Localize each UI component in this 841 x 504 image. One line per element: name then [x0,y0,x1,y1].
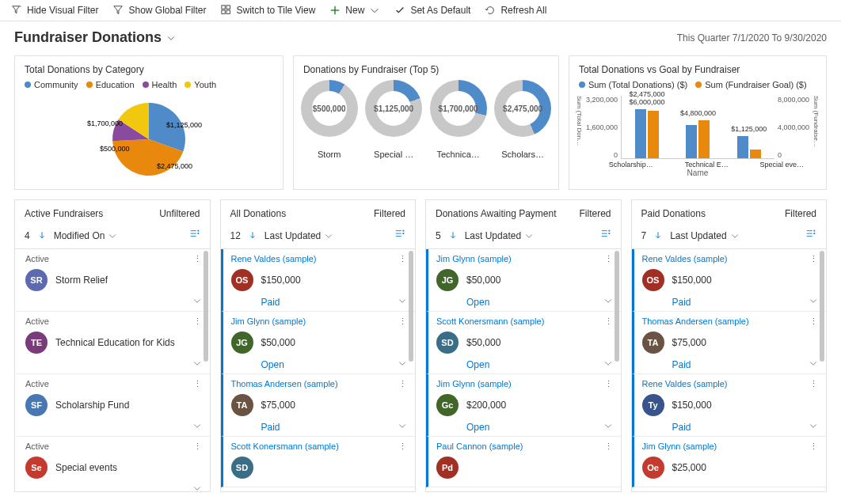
scrollbar-thumb[interactable] [204,251,208,362]
chevron-down-icon[interactable] [603,421,613,433]
item-link[interactable]: Thomas Andersen (sample) [642,316,749,327]
bar-chart-area[interactable]: $2,475,000$6,000,000 $4,800,000 $1,125,0… [621,96,774,159]
bar-group[interactable]: $1,125,000 [737,136,761,158]
list-item[interactable]: Active⋮SRStorm Relief [15,249,210,312]
more-icon[interactable]: ⋮ [604,316,613,327]
item-link[interactable]: Jim Glynn (sample) [436,254,512,264]
donut-item[interactable]: $1,125,000 Special … [365,80,422,159]
sort-field-picker[interactable]: Last Updated [670,230,739,241]
pie-chart[interactable]: $1,125,000 $2,475,000 $500,000 $1,700,00… [70,96,228,183]
more-icon[interactable]: ⋮ [193,316,202,327]
view-toggle-icon[interactable] [394,229,405,242]
scrollbar-thumb[interactable] [615,251,619,362]
donut-item[interactable]: $500,000 Storm [301,80,358,159]
more-icon[interactable]: ⋮ [398,316,407,327]
more-icon[interactable]: ⋮ [193,441,202,452]
item-link[interactable]: Rene Valdes (sample) [642,254,728,264]
more-icon[interactable]: ⋮ [193,254,202,264]
switch-tile-view-button[interactable]: Switch to Tile View [221,5,316,16]
item-link[interactable]: Paul Cannon (sample) [436,441,523,452]
bar-group[interactable]: $2,475,000$6,000,000 [635,109,659,158]
refresh-all-button[interactable]: Refresh All [485,5,546,16]
more-icon[interactable]: ⋮ [604,379,613,389]
list-item[interactable]: Paul Cannon (sample)⋮Pd [426,437,621,487]
chevron-down-icon[interactable] [192,483,202,491]
list-item[interactable]: Rene Valdes (sample)⋮OS$150,000Paid [221,249,416,312]
legend-item[interactable]: Community [25,80,78,89]
list-item[interactable]: Active⋮SFScholarship Fund [15,374,210,437]
show-global-filter-button[interactable]: Show Global Filter [112,5,206,16]
legend-item[interactable]: Sum (Fundraiser Goal) ($) [695,80,806,89]
legend-item[interactable]: Sum (Total Donations) ($) [579,80,687,89]
dashboard-picker[interactable]: Fundraiser Donations [14,29,176,46]
view-toggle-icon[interactable] [189,229,200,242]
donut-item[interactable]: $2,475,000 Scholars… [494,80,551,159]
list-item[interactable]: Scott Konersmann (sample)⋮SD [221,437,416,487]
more-icon[interactable]: ⋮ [398,254,407,264]
legend-item[interactable]: Health [143,80,177,89]
sort-direction-icon[interactable] [249,230,257,241]
more-icon[interactable]: ⋮ [809,254,818,264]
list-item[interactable]: Thomas Andersen (sample)⋮TA$75,000Paid [632,312,827,374]
bar-group[interactable]: $4,800,000 [686,120,710,158]
sort-direction-icon[interactable] [654,230,662,241]
item-link[interactable]: Jim Glynn (sample) [642,441,717,452]
view-toggle-icon[interactable] [805,229,816,242]
chevron-down-icon[interactable] [369,5,380,16]
item-link[interactable]: Rene Valdes (sample) [231,254,317,264]
chevron-down-icon[interactable] [398,296,407,308]
list-item[interactable]: Rene Valdes (sample)⋮OS$150,000Paid [632,249,827,312]
chevron-down-icon[interactable] [192,421,202,433]
legend-item[interactable]: Education [86,80,135,89]
chevron-down-icon[interactable] [192,296,202,308]
list-body[interactable]: Rene Valdes (sample)⋮OS$150,000PaidThoma… [632,248,827,491]
scrollbar-thumb[interactable] [409,251,413,362]
sort-field-picker[interactable]: Modified On [54,230,118,241]
more-icon[interactable]: ⋮ [398,379,407,389]
list-item[interactable]: Scott Konersmann (sample)⋮SD$50,000Open [426,312,621,374]
chevron-down-icon[interactable] [603,358,613,370]
more-icon[interactable]: ⋮ [809,379,818,389]
sort-direction-icon[interactable] [449,230,457,241]
scrollbar-thumb[interactable] [820,251,824,362]
list-item[interactable]: Jim Glynn (sample)⋮Gc$200,000Open [426,374,621,437]
new-button[interactable]: New [329,5,380,16]
item-link[interactable]: Scott Konersmann (sample) [231,441,339,452]
sort-direction-icon[interactable] [38,230,46,241]
item-link[interactable]: Thomas Andersen (sample) [231,379,338,389]
more-icon[interactable]: ⋮ [398,441,407,452]
chevron-down-icon[interactable] [809,421,818,433]
chevron-down-icon[interactable] [603,296,613,308]
chevron-down-icon[interactable] [398,358,407,370]
hide-visual-filter-button[interactable]: Hide Visual Filter [11,5,98,16]
item-link[interactable]: Jim Glynn (sample) [436,379,512,389]
chevron-down-icon[interactable] [398,421,407,433]
chevron-down-icon[interactable] [809,296,818,308]
chevron-down-icon[interactable] [192,358,202,370]
list-item[interactable]: Rene Valdes (sample)⋮Ty$150,000Paid [632,374,827,437]
sort-field-picker[interactable]: Last Updated [465,230,534,241]
list-body[interactable]: Jim Glynn (sample)⋮JG$50,000OpenScott Ko… [426,248,621,491]
view-toggle-icon[interactable] [600,229,611,242]
more-icon[interactable]: ⋮ [604,254,613,264]
list-item[interactable]: Thomas Andersen (sample)⋮TA$75,000Paid [221,374,416,437]
set-default-button[interactable]: Set As Default [394,5,470,16]
list-item[interactable]: Active⋮TETechnical Education for Kids [15,312,210,374]
donut-item[interactable]: $1,700,000 Technica… [430,80,487,159]
sort-field-picker[interactable]: Last Updated [264,230,333,241]
list-body[interactable]: Active⋮SRStorm ReliefActive⋮TETechnical … [15,248,210,491]
more-icon[interactable]: ⋮ [809,441,818,452]
list-item[interactable]: Jim Glynn (sample)⋮JG$50,000Open [221,312,416,374]
legend-item[interactable]: Youth [185,80,216,89]
item-link[interactable]: Scott Konersmann (sample) [436,316,544,327]
list-body[interactable]: Rene Valdes (sample)⋮OS$150,000PaidJim G… [221,248,416,491]
item-link[interactable]: Rene Valdes (sample) [642,379,728,389]
more-icon[interactable]: ⋮ [809,316,818,327]
chevron-down-icon[interactable] [809,358,818,370]
list-item[interactable]: Active⋮SeSpecial events [15,437,210,491]
list-item[interactable]: Jim Glynn (sample)⋮Oe$25,000 [632,437,827,487]
item-link[interactable]: Jim Glynn (sample) [231,316,306,327]
more-icon[interactable]: ⋮ [193,379,202,389]
more-icon[interactable]: ⋮ [604,441,613,452]
list-item[interactable]: Jim Glynn (sample)⋮JG$50,000Open [426,249,621,312]
